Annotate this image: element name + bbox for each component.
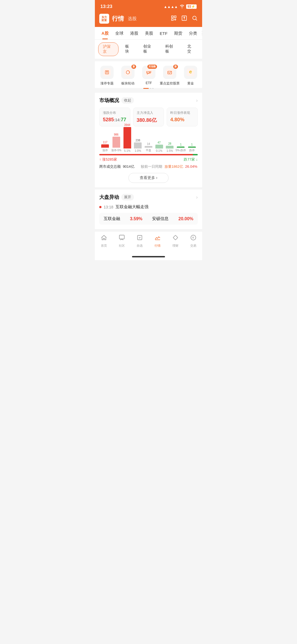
- tab-global[interactable]: 全球: [112, 27, 127, 39]
- bar-group-238: 238 1-0%: [133, 139, 143, 152]
- feature-label-sector: 板块轮动: [121, 81, 134, 86]
- status-time: 13:23: [100, 4, 112, 9]
- sub-tab-sectors[interactable]: 板块: [121, 42, 137, 56]
- svg-text:¥: ¥: [192, 236, 194, 239]
- total-volume-row: 两市成交总额 9014亿 较前一日同期 放量1862亿 26.04%: [99, 164, 198, 169]
- bar-group-28: 28 1-5%: [165, 142, 175, 152]
- feature-icon-wrap-key: 新: [163, 66, 176, 79]
- svg-text:Au: Au: [190, 71, 193, 73]
- page-title: 行情: [112, 15, 124, 23]
- bar-bottom-0to1: 0-1%: [156, 149, 162, 152]
- bar-1b: [188, 147, 196, 148]
- market-section-header: 市场概况 收起 ›: [99, 97, 198, 104]
- distribution-bar-chart: 117 涨停 986 涨停-5% 3944 5-1% 238 1-0% 14 平…: [99, 130, 198, 152]
- rise-fall-value: 5285:14:77: [103, 117, 127, 123]
- feature-etf[interactable]: ETF 买指数 ETF: [139, 66, 159, 86]
- header-subtitle: 选股: [128, 16, 137, 22]
- sub-tab-chinext[interactable]: 创业板: [139, 42, 159, 56]
- tab-category[interactable]: 分类: [186, 27, 200, 39]
- market-cards-row: 涨跌分布 5285:14:77 主力净流入 380.86亿 昨日涨停表现 4.8…: [99, 108, 198, 126]
- bar-3944: [123, 127, 131, 148]
- bar-bottom-1to0: 1-0%: [135, 149, 141, 152]
- feature-key-stocks[interactable]: 新 重点监控股票: [160, 66, 180, 86]
- tab-etf[interactable]: ETF: [156, 27, 171, 39]
- svg-rect-24: [173, 235, 178, 240]
- nav-watchlist[interactable]: 自选: [131, 234, 148, 248]
- tab-us-shares[interactable]: 美股: [142, 27, 156, 39]
- yesterday-limit-value: 4.80%: [170, 117, 194, 123]
- view-more-wrapper: 查看更多 ›: [99, 173, 198, 183]
- sub-tab-north[interactable]: 北交: [183, 42, 199, 56]
- rise-count: ↑ 涨5285家: [99, 157, 117, 162]
- sub-tab-shenzhen-beijing[interactable]: 沪深京: [98, 42, 119, 56]
- header-actions: [171, 15, 198, 23]
- sub-tab-star[interactable]: 科创板: [161, 42, 181, 56]
- bottom-navigation: 首页 社区 自选 行情 理财: [95, 231, 202, 254]
- feature-sector-rotation[interactable]: 新 板块轮动: [118, 66, 138, 86]
- nav-home[interactable]: 首页: [95, 234, 113, 248]
- home-bar: [132, 256, 165, 257]
- bar-group-1b: 1 跌停: [187, 143, 197, 152]
- signal-icon: ▲▲▲▲: [164, 5, 178, 9]
- feature-limit-up[interactable]: 涨停专题: [97, 66, 117, 86]
- yesterday-limit-card[interactable]: 昨日涨停表现 4.80%: [167, 108, 198, 126]
- share-icon[interactable]: [181, 15, 187, 23]
- feature-icon-wrap-etf: ETF 买指数: [142, 66, 155, 79]
- anomaly-toggle-btn[interactable]: 展开: [121, 194, 134, 200]
- bar-bottom-1to5: 1-5%: [167, 149, 173, 152]
- bar-14: [145, 146, 152, 148]
- rise-fall-label: 涨跌分布: [103, 111, 127, 115]
- nav-finance[interactable]: 理财: [166, 234, 184, 248]
- limit-up-icon: [100, 66, 114, 79]
- net-inflow-value: 380.86亿: [137, 117, 161, 123]
- tab-a-shares[interactable]: A股: [98, 27, 112, 39]
- main-tab-nav: A股 全球 港股 美股 ETF 期货 分类 ☰: [95, 27, 202, 40]
- bar-top-14: 14: [147, 142, 150, 145]
- feature-icon-wrap-limit-up: [100, 66, 114, 79]
- market-icon: [154, 234, 161, 243]
- search-icon[interactable]: [192, 15, 198, 23]
- bar-top-238: 238: [136, 139, 140, 142]
- bar-top-1a: 1: [180, 143, 182, 146]
- market-toggle-btn[interactable]: 收起: [121, 97, 134, 104]
- anomaly-nav-arrow[interactable]: ›: [196, 194, 198, 200]
- nav-trade[interactable]: ¥ 交易: [184, 234, 202, 248]
- net-inflow-card[interactable]: 主力净流入 380.86亿: [133, 108, 164, 126]
- anomaly-time: 13:18: [104, 205, 113, 209]
- feature-label-etf: ETF: [146, 81, 152, 85]
- trade-icon: ¥: [190, 234, 197, 243]
- scan-icon[interactable]: [171, 15, 177, 23]
- nav-label-home: 首页: [101, 244, 107, 248]
- feature-gold[interactable]: Au 黄金: [181, 66, 200, 86]
- sub-tab-nav: 沪深京 板块 创业板 科创板 北交: [95, 40, 202, 59]
- feature-label-key: 重点监控股票: [160, 81, 180, 86]
- feature-icon-wrap-sector: 新: [121, 66, 134, 79]
- finance-icon: [172, 234, 179, 243]
- battery-indicator: 93⚡: [186, 4, 197, 9]
- net-inflow-label: 主力净流入: [137, 111, 161, 115]
- bar-top-1b: 1: [191, 143, 193, 146]
- tab-hk-shares[interactable]: 港股: [127, 27, 142, 39]
- view-more-button[interactable]: 查看更多 ›: [128, 173, 169, 183]
- gold-icon: Au: [184, 66, 197, 79]
- community-icon: [119, 234, 125, 243]
- nav-market[interactable]: 行情: [148, 234, 166, 248]
- svg-rect-21: [119, 235, 124, 239]
- nav-label-trade: 交易: [190, 244, 196, 248]
- stock-row-hulian[interactable]: 互联金融 3.59% 安硕信息 20.00%: [99, 213, 198, 225]
- yesterday-limit-label: 昨日涨停表现: [170, 111, 194, 115]
- market-nav-arrow[interactable]: ›: [196, 98, 198, 103]
- feature-shortcuts: 涨停专题 新 板块轮动 ETF 买: [95, 61, 202, 88]
- stock-name-anshuo: 安硕信息: [152, 216, 169, 221]
- rise-fall-summary: ↑ 涨5285家 跌77家 ↓: [99, 157, 198, 162]
- tab-futures[interactable]: 期货: [171, 27, 186, 39]
- svg-rect-1: [174, 16, 176, 17]
- stock-pct-hulian: 3.59%: [130, 216, 142, 221]
- stock-name-hulian: 互联金融: [104, 216, 120, 221]
- nav-community[interactable]: 社区: [113, 234, 131, 248]
- tab-more-icon[interactable]: ☰: [200, 28, 202, 39]
- feature-badge-key: 新: [173, 65, 178, 69]
- svg-rect-12: [124, 68, 132, 76]
- bar-group-1a: 1 5%-跌停: [176, 143, 186, 152]
- svg-rect-16: [166, 68, 174, 76]
